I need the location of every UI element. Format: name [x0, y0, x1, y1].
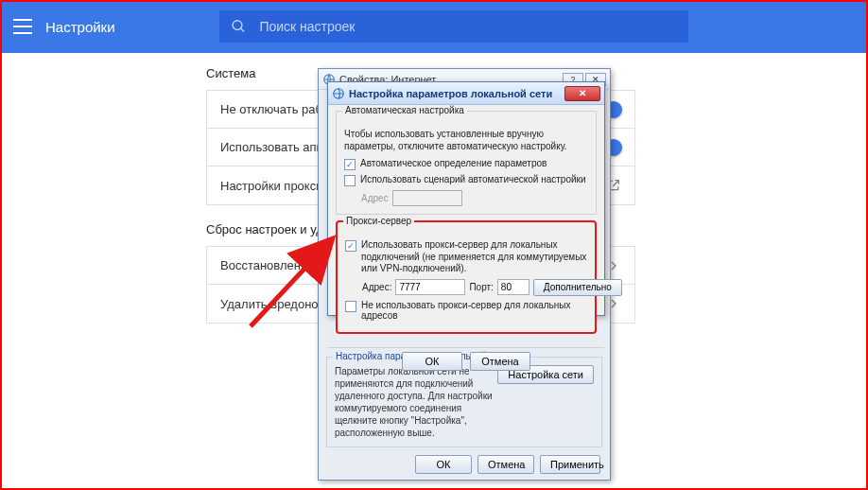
- proxy-port-input[interactable]: [497, 279, 529, 295]
- script-addr-input: [392, 190, 462, 206]
- apply-button[interactable]: Применить: [540, 455, 600, 474]
- bypass-local-label: Не использовать прокси-сервер для локаль…: [361, 300, 587, 321]
- page-title: Настройки: [45, 19, 115, 35]
- proxy-addr-input[interactable]: [395, 279, 465, 295]
- lan-desc: Параметры локальной сети не применяются …: [335, 365, 505, 439]
- row-label: Использовать аппа: [220, 140, 330, 154]
- window-title-text: Настройка параметров локальной сети: [349, 88, 552, 99]
- auto-detect-checkbox[interactable]: [344, 159, 356, 170]
- svg-line-1: [240, 28, 244, 32]
- proxy-addr-label: Адрес:: [362, 282, 391, 292]
- window-titlebar[interactable]: Настройка параметров локальной сети ✕: [328, 82, 604, 105]
- auto-config-group: Автоматическая настройка Чтобы использов…: [336, 111, 597, 215]
- advanced-button[interactable]: Дополнительно: [533, 279, 622, 296]
- auto-note: Чтобы использовать установленные вручную…: [344, 129, 588, 152]
- proxy-server-group: Прокси-сервер Использовать прокси-сервер…: [336, 220, 597, 334]
- search-input[interactable]: [259, 19, 676, 34]
- ok-button[interactable]: ОК: [415, 455, 472, 474]
- group-title: Прокси-сервер: [343, 216, 414, 226]
- script-addr-label: Адрес: [361, 193, 389, 203]
- group-title: Автоматическая настройка: [342, 105, 467, 115]
- cancel-button[interactable]: Отмена: [470, 352, 530, 371]
- topbar: Настройки: [0, 0, 868, 53]
- cancel-button[interactable]: Отмена: [477, 455, 534, 474]
- use-script-checkbox[interactable]: [344, 175, 356, 186]
- bypass-local-checkbox[interactable]: [345, 301, 356, 312]
- use-script-label: Использовать сценарий автоматической нас…: [360, 174, 586, 184]
- search-box[interactable]: [219, 10, 688, 43]
- row-label: Восстановление на: [220, 258, 331, 272]
- ok-button[interactable]: ОК: [402, 352, 462, 371]
- use-proxy-label: Использовать прокси-сервер для локальных…: [361, 239, 587, 275]
- close-button[interactable]: ✕: [564, 86, 600, 101]
- row-label: Не отключать рабо: [220, 102, 329, 116]
- row-label: Настройки прокси-с: [220, 179, 333, 193]
- globe-icon: [332, 87, 345, 100]
- proxy-port-label: Порт:: [469, 282, 493, 292]
- row-label: Удалить вредоносн: [220, 297, 331, 311]
- svg-point-0: [233, 21, 242, 30]
- lan-settings-window: Настройка параметров локальной сети ✕ Ав…: [327, 81, 605, 316]
- search-icon: [231, 18, 247, 35]
- menu-icon[interactable]: [13, 19, 32, 34]
- use-proxy-checkbox[interactable]: [345, 240, 356, 252]
- auto-detect-label: Автоматическое определение параметров: [360, 158, 547, 168]
